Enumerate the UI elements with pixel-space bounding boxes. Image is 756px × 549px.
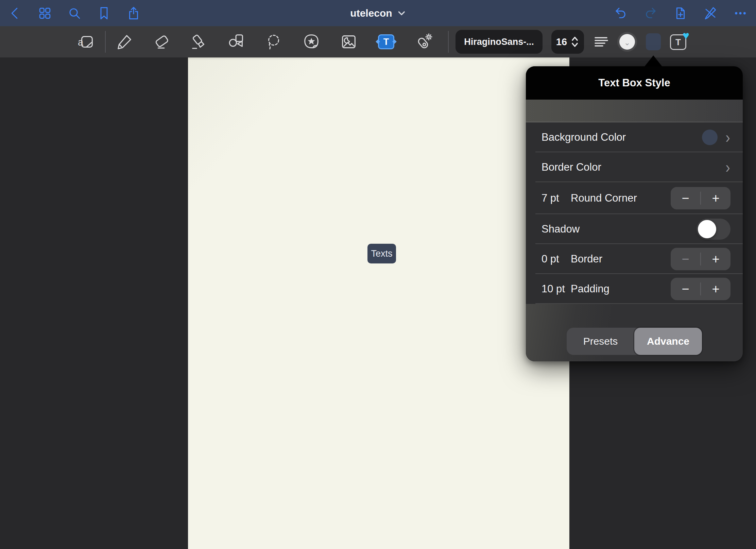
heart-icon: ♥ [683, 30, 689, 41]
round-corner-label: Round Corner [571, 192, 637, 204]
up-down-chevrons-icon [570, 35, 579, 48]
grid-icon [37, 5, 53, 21]
padding-stepper: − + [671, 278, 731, 300]
font-color-swatch: ⌄ [619, 34, 635, 50]
lasso-tool-button[interactable] [264, 32, 284, 52]
popover-footer: Presets Advance [526, 304, 743, 361]
eraser-icon [153, 33, 171, 51]
chevron-right-icon: › [725, 131, 730, 144]
shapes-tool-button[interactable] [227, 32, 246, 52]
popover-arrow [644, 55, 663, 67]
toolbar-separator [448, 31, 449, 53]
text-tool-button[interactable]: T [377, 32, 396, 52]
round-corner-stepper: − + [671, 187, 731, 209]
image-icon [340, 33, 358, 51]
round-corner-decrease-button[interactable]: − [671, 187, 700, 209]
font-name-button[interactable]: HiraginoSans-... [456, 30, 543, 54]
canvas-textbox[interactable]: Texts [367, 244, 396, 263]
textbox-style-button[interactable]: T ♥ [670, 32, 687, 51]
laser-pointer-button[interactable] [414, 32, 433, 52]
redo-icon [643, 5, 658, 21]
row-border-color[interactable]: Border Color › [526, 152, 743, 182]
popover-preview-band [526, 100, 743, 122]
row-round-corner: 7 pt Round Corner − + [526, 182, 743, 214]
share-button[interactable] [126, 5, 141, 21]
pen-icon [115, 33, 134, 51]
sticker-icon [302, 33, 321, 51]
presets-button[interactable]: Presets [567, 328, 634, 355]
row-background-color[interactable]: Background Color › [526, 122, 743, 152]
text-tool-icon: T [383, 37, 389, 47]
border-decrease-button[interactable]: − [671, 248, 700, 270]
border-color-label: Border Color [542, 161, 601, 173]
chevron-down-icon: ⌄ [624, 39, 630, 47]
editing-mode-button[interactable]: a [77, 32, 96, 52]
shadow-toggle[interactable] [697, 219, 731, 240]
advance-button[interactable]: Advance [634, 328, 702, 355]
text-align-button[interactable] [593, 34, 608, 50]
highlighter-tool-button[interactable] [190, 32, 209, 52]
back-button[interactable] [7, 5, 23, 21]
notebook-page[interactable] [188, 57, 569, 549]
text-options-group: HiraginoSans-... 16 ⌄ T ♥ [456, 26, 687, 57]
chevron-right-icon: › [725, 160, 730, 174]
font-size-value: 16 [556, 36, 567, 48]
pen-crossed-icon [703, 5, 718, 21]
toggle-knob [698, 220, 716, 238]
search-icon [67, 5, 82, 21]
stop-editing-button[interactable] [703, 5, 718, 21]
share-icon [126, 5, 141, 21]
row-shadow: Shadow [526, 214, 743, 244]
chevron-down-icon [398, 10, 406, 17]
row-border-width: 0 pt Border − + [526, 244, 743, 274]
popover-title: Text Box Style [598, 77, 670, 89]
highlighter-icon [190, 33, 208, 51]
document-title: utelecon [350, 7, 392, 19]
textbox-color-swatch-button[interactable] [646, 33, 661, 50]
shapes-icon [227, 33, 246, 51]
selection-handle-icon [392, 39, 397, 44]
round-corner-increase-button[interactable]: + [701, 187, 731, 209]
font-size-stepper[interactable]: 16 [551, 30, 584, 54]
add-page-button[interactable] [673, 5, 688, 21]
document-title-button[interactable]: utelecon [350, 0, 406, 26]
tools-group: a [77, 26, 433, 57]
textbox-style-popover: Text Box Style Background Color › Border… [526, 66, 743, 361]
background-color-label: Background Color [542, 131, 626, 143]
row-padding: 10 pt Padding − + [526, 274, 743, 304]
nav-left-group [7, 0, 141, 26]
popover-header: Text Box Style [526, 66, 743, 100]
back-chevron-icon [7, 5, 23, 21]
align-left-icon [593, 34, 608, 49]
laser-pointer-icon [414, 33, 433, 51]
border-width-stepper: − + [671, 248, 731, 270]
selection-handle-icon [376, 39, 380, 44]
redo-button[interactable] [643, 5, 658, 21]
padding-decrease-button[interactable]: − [671, 278, 700, 300]
text-tool-selected-box: T [378, 34, 394, 49]
nav-right-group [613, 0, 748, 26]
svg-text:a: a [78, 37, 84, 48]
eraser-tool-button[interactable] [152, 32, 171, 52]
presets-advance-segmented: Presets Advance [567, 328, 702, 355]
tool-bar: a [0, 26, 756, 57]
lasso-icon [265, 33, 283, 51]
font-color-button[interactable]: ⌄ [617, 32, 637, 52]
search-button[interactable] [67, 5, 82, 21]
sticker-tool-button[interactable] [302, 32, 321, 52]
bookmark-icon [96, 5, 112, 21]
undo-icon [613, 5, 629, 21]
border-width-label: Border [571, 253, 602, 265]
nav-bar: utelecon [0, 0, 756, 26]
pen-tool-button[interactable] [115, 32, 134, 52]
border-width-value: 0 pt [542, 253, 571, 265]
image-tool-button[interactable] [339, 32, 358, 52]
thumbnails-button[interactable] [37, 5, 53, 21]
more-options-button[interactable] [733, 5, 748, 21]
padding-increase-button[interactable]: + [701, 278, 731, 300]
bookmark-button[interactable] [96, 5, 112, 21]
toolbar-separator [105, 31, 106, 53]
undo-button[interactable] [613, 5, 629, 21]
border-increase-button[interactable]: + [701, 248, 731, 270]
goodnotes-app: utelecon [0, 0, 756, 549]
